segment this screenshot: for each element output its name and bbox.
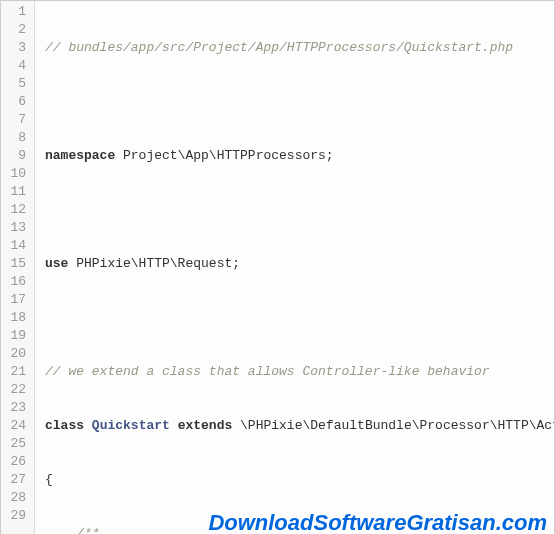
code-line: namespace Project\App\HTTPProcessors; xyxy=(45,147,554,165)
line-number-gutter: 1 2 3 4 5 6 7 8 9 10 11 12 13 14 15 16 1… xyxy=(1,1,35,534)
code-editor: 1 2 3 4 5 6 7 8 9 10 11 12 13 14 15 16 1… xyxy=(0,0,555,534)
line-number: 16 xyxy=(5,273,26,291)
line-number: 1 xyxy=(5,3,26,21)
code-line: // we extend a class that allows Control… xyxy=(45,363,554,381)
code-line: class Quickstart extends \PHPixie\Defaul… xyxy=(45,417,554,435)
keyword: class xyxy=(45,418,84,433)
keyword: use xyxy=(45,256,68,271)
line-number: 13 xyxy=(5,219,26,237)
code-line xyxy=(45,309,554,327)
namespace-path: Project\App\HTTPProcessors; xyxy=(115,148,333,163)
line-number: 5 xyxy=(5,75,26,93)
line-number: 9 xyxy=(5,147,26,165)
code-line: use PHPixie\HTTP\Request; xyxy=(45,255,554,273)
comment: // bundles/app/src/Project/App/HTTPProce… xyxy=(45,40,513,55)
line-number: 6 xyxy=(5,93,26,111)
line-number: 3 xyxy=(5,39,26,57)
line-number: 20 xyxy=(5,345,26,363)
indent xyxy=(45,526,76,534)
keyword: extends xyxy=(178,418,233,433)
line-number: 29 xyxy=(5,507,26,525)
line-number: 12 xyxy=(5,201,26,219)
line-number: 2 xyxy=(5,21,26,39)
line-number: 10 xyxy=(5,165,26,183)
code-line: /** xyxy=(45,525,554,534)
class-name: Quickstart xyxy=(92,418,170,433)
line-number: 7 xyxy=(5,111,26,129)
line-number: 21 xyxy=(5,363,26,381)
line-number: 19 xyxy=(5,327,26,345)
code-area: // bundles/app/src/Project/App/HTTPProce… xyxy=(35,1,554,534)
doc-comment: /** xyxy=(76,526,99,534)
code-line xyxy=(45,93,554,111)
keyword: namespace xyxy=(45,148,115,163)
line-number: 22 xyxy=(5,381,26,399)
code-line xyxy=(45,201,554,219)
line-number: 27 xyxy=(5,471,26,489)
line-number: 15 xyxy=(5,255,26,273)
code-line: { xyxy=(45,471,554,489)
line-number: 8 xyxy=(5,129,26,147)
line-number: 17 xyxy=(5,291,26,309)
comment: // we extend a class that allows Control… xyxy=(45,364,490,379)
code-line: // bundles/app/src/Project/App/HTTPProce… xyxy=(45,39,554,57)
brace: { xyxy=(45,472,53,487)
line-number: 18 xyxy=(5,309,26,327)
line-number: 26 xyxy=(5,453,26,471)
line-number: 28 xyxy=(5,489,26,507)
line-number: 4 xyxy=(5,57,26,75)
line-number: 23 xyxy=(5,399,26,417)
line-number: 24 xyxy=(5,417,26,435)
use-path: PHPixie\HTTP\Request; xyxy=(68,256,240,271)
line-number: 14 xyxy=(5,237,26,255)
line-number: 11 xyxy=(5,183,26,201)
line-number: 25 xyxy=(5,435,26,453)
extends-path: \PHPixie\DefaultBundle\Processor\HTTP\Ac… xyxy=(232,418,554,433)
